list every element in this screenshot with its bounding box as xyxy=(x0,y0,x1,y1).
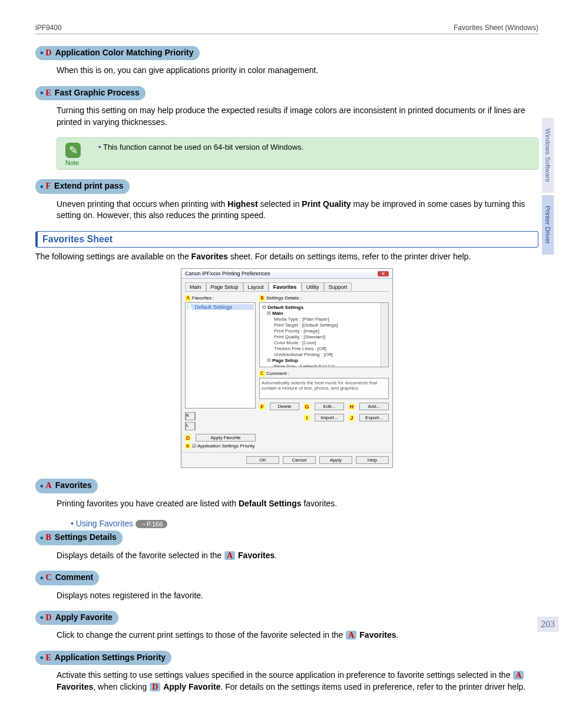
note-label: Note xyxy=(65,159,79,166)
item-b-heading: •B Settings Details xyxy=(35,531,123,545)
note-icon: ✎ xyxy=(65,143,81,158)
dialog-tabs: MainPage SetupLayoutFavoritesUtilitySupp… xyxy=(185,282,389,292)
close-icon: ✕ xyxy=(378,271,389,276)
item-f-heading: •F Extend print pass xyxy=(35,179,130,193)
item-a-desc: Printing favorites you have created are … xyxy=(57,498,538,510)
page-ref-link[interactable]: →P.166 xyxy=(135,520,167,528)
item-c-desc: Displays notes registered in the favorit… xyxy=(57,590,538,602)
item-e2-desc: Activate this setting to use settings va… xyxy=(57,670,538,693)
section-intro: The following settings are available on … xyxy=(35,251,538,263)
dialog-screenshot: Canon iPFxxxx Printing Preferences✕ Main… xyxy=(35,268,538,468)
item-d-desc: When this is on, you can give applicatio… xyxy=(57,65,538,77)
item-d-heading: •D Application Color Matching Priority xyxy=(35,46,200,60)
item-d2-desc: Click to change the current print settin… xyxy=(57,630,538,641)
item-f-desc: Uneven printing that occurs when printin… xyxy=(57,199,538,222)
header-right: Favorites Sheet (Windows) xyxy=(454,24,538,32)
settings-tree: ⊟ Default Settings ⊟ Main Media Type : [… xyxy=(259,302,389,367)
comment-box: Automatically selects the best mode for … xyxy=(259,378,389,399)
note-box: ✎ Note • This function cannot be used on… xyxy=(57,137,538,170)
item-e-heading: •E Fast Graphic Process xyxy=(35,86,146,100)
header-left: iPF9400 xyxy=(35,24,62,32)
item-a-heading: •A Favorites xyxy=(35,479,98,493)
favorites-list: 📄 Default Settings xyxy=(185,302,256,409)
page-header: iPF9400 Favorites Sheet (Windows) xyxy=(35,24,538,34)
item-c-heading: •C Comment xyxy=(35,571,99,585)
section-heading: Favorites Sheet xyxy=(35,231,538,248)
apply-favorite-button: Apply Favorite xyxy=(196,434,256,442)
item-d2-heading: •D Apply Favorite xyxy=(35,611,118,625)
item-e-desc: Turning this setting on may help produce… xyxy=(57,105,538,128)
item-a-sub: • Using Favorites →P.166 xyxy=(71,519,538,528)
note-text: • This function cannot be used on 64-bit… xyxy=(98,143,533,151)
item-e2-heading: •E Application Settings Priority xyxy=(35,651,171,665)
item-b-desc: Displays details of the favorite selecte… xyxy=(57,550,538,562)
